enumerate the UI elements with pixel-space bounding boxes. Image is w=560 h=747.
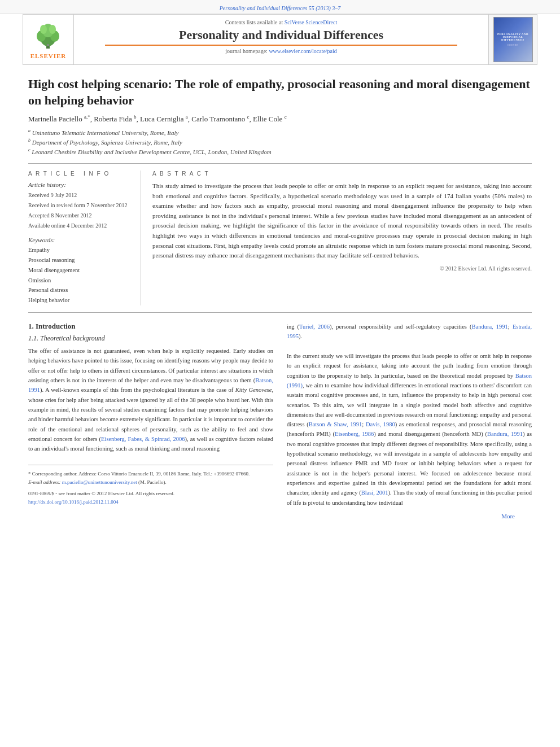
- article-history-label: Article history:: [28, 181, 133, 188]
- journal-header: ELSEVIER Contents lists available at Sci…: [23, 14, 537, 65]
- journal-cover-thumbnail: PERSONALITY AND INDIVIDUAL DIFFERENCES E…: [493, 17, 533, 62]
- date-received: Received 9 July 2012: [28, 190, 133, 200]
- elsevier-logo: ELSEVIER: [30, 20, 67, 59]
- article-info-label: A R T I C L E I N F O: [28, 171, 133, 177]
- main-content: High cost helping scenario: The role of …: [0, 65, 560, 532]
- affiliation-c: c Leonard Cheshire Disability and Inclus…: [28, 147, 532, 156]
- journal-cover-area: PERSONALITY AND INDIVIDUAL DIFFERENCES E…: [489, 15, 537, 64]
- elsevier-tree-icon: [31, 20, 65, 51]
- affiliation-a: a Uninettuno Telematic International Uni…: [28, 128, 532, 137]
- ref-blasi-2001[interactable]: Blasi, 2001: [361, 490, 388, 496]
- doi-link[interactable]: http://dx.doi.org/10.1016/j.paid.2012.11…: [28, 499, 119, 505]
- keywords-section: Keywords: Empathy Prosocial reasoning Mo…: [28, 237, 133, 305]
- body-text-left: The offer of assistance is not guarantee…: [28, 346, 273, 453]
- footnotes-area: * Corresponding author. Address: Corso V…: [28, 465, 273, 506]
- ref-bandura-1991-1[interactable]: Bandura, 1991: [472, 324, 508, 330]
- academic-paper-page: Personality and Individual Differences 5…: [0, 0, 560, 747]
- footnote-corresponding: * Corresponding author. Address: Corso V…: [28, 470, 273, 478]
- homepage-link[interactable]: www.elsevier.com/locate/paid: [269, 48, 336, 54]
- abstract-label: A B S T R A C T: [152, 171, 532, 177]
- keyword-personal-distress: Personal distress: [28, 285, 133, 295]
- article-info-column: A R T I C L E I N F O Article history: R…: [28, 171, 141, 305]
- svg-point-6: [49, 25, 56, 34]
- top-banner: Personality and Individual Differences 5…: [0, 0, 560, 14]
- body-section: 1. Introduction 1.1. Theoretical backgro…: [28, 322, 532, 521]
- info-abstract-section: A R T I C L E I N F O Article history: R…: [28, 171, 532, 305]
- svg-point-7: [47, 44, 49, 46]
- date-available: Available online 4 December 2012: [28, 221, 133, 231]
- keyword-helping-behavior: Helping behavior: [28, 295, 133, 305]
- section-divider-1: [28, 163, 532, 164]
- body-col-right: ing (Turiel, 2006), personal responsibil…: [287, 322, 532, 521]
- affiliation-b: b Department of Psychology, Sapienza Uni…: [28, 137, 532, 147]
- date-accepted: Accepted 8 November 2012: [28, 211, 133, 221]
- ref-turiel-2006[interactable]: Turiel, 2006: [299, 324, 330, 330]
- abstract-column: A B S T R A C T This study aimed to inve…: [152, 171, 532, 305]
- intro-heading: 1. Introduction: [28, 322, 273, 331]
- abstract-text: This study aimed to investigate the proc…: [152, 181, 532, 261]
- sciverse-link[interactable]: SciVerse ScienceDirect: [285, 19, 338, 25]
- affiliations: a Uninettuno Telematic International Uni…: [28, 128, 532, 156]
- header-divider: [105, 45, 458, 46]
- keyword-prosocial: Prosocial reasoning: [28, 255, 133, 265]
- svg-point-5: [40, 25, 47, 34]
- footnote-doi: http://dx.doi.org/10.1016/j.paid.2012.11…: [28, 498, 273, 506]
- keyword-moral-disengagement: Moral disengagement: [28, 265, 133, 276]
- contents-label: Contents lists available at SciVerse Sci…: [85, 19, 477, 25]
- section-divider-2: [28, 312, 532, 313]
- ref-bandura-1991-2[interactable]: Bandura, 1991: [487, 431, 523, 437]
- authors-line: Marinella Paciello a,*, Roberta Fida b, …: [28, 114, 532, 124]
- keywords-label: Keywords:: [28, 237, 133, 243]
- journal-reference: Personality and Individual Differences 5…: [220, 5, 341, 11]
- journal-title: Personality and Individual Differences: [85, 28, 477, 42]
- more-link[interactable]: More: [501, 513, 515, 519]
- article-title: High cost helping scenario: The role of …: [28, 76, 532, 108]
- body-text-right: ing (Turiel, 2006), personal responsibil…: [287, 322, 532, 508]
- homepage-label: journal homepage: www.elsevier.com/locat…: [85, 48, 477, 54]
- article-dates: Received 9 July 2012 Received in revised…: [28, 190, 133, 231]
- intro-sub-heading: 1.1. Theoretical background: [28, 334, 273, 343]
- elsevier-logo-area: ELSEVIER: [23, 15, 74, 64]
- footnote-rights: 0191-8869/$ - see front matter © 2012 El…: [28, 490, 273, 497]
- ref-eisenberg-1986[interactable]: Eisenberg, 1986: [335, 431, 374, 437]
- keyword-empathy: Empathy: [28, 245, 133, 255]
- footnote-email: E-mail address: m.paciello@uninettunouni…: [28, 478, 273, 486]
- keyword-omission: Omission: [28, 276, 133, 286]
- journal-header-center: Contents lists available at SciVerse Sci…: [74, 15, 489, 64]
- date-revised: Received in revised form 7 November 2012: [28, 200, 133, 211]
- copyright-line: © 2012 Elsevier Ltd. All rights reserved…: [152, 265, 532, 272]
- more-section: More: [287, 510, 532, 521]
- ref-batson-shaw-1991[interactable]: Batson & Shaw, 1991: [309, 421, 362, 427]
- ref-davis-1980[interactable]: Davis, 1980: [366, 421, 395, 427]
- elsevier-label: ELSEVIER: [30, 53, 67, 59]
- ref-eisenberg-2006[interactable]: Eisenberg, Fabes, & Spinrad, 2006: [101, 436, 185, 442]
- ref-batson-1991-2[interactable]: Batson (1991): [287, 373, 532, 388]
- email-link[interactable]: m.paciello@uninettunouniversity.net: [62, 479, 137, 485]
- body-col-left: 1. Introduction 1.1. Theoretical backgro…: [28, 322, 273, 521]
